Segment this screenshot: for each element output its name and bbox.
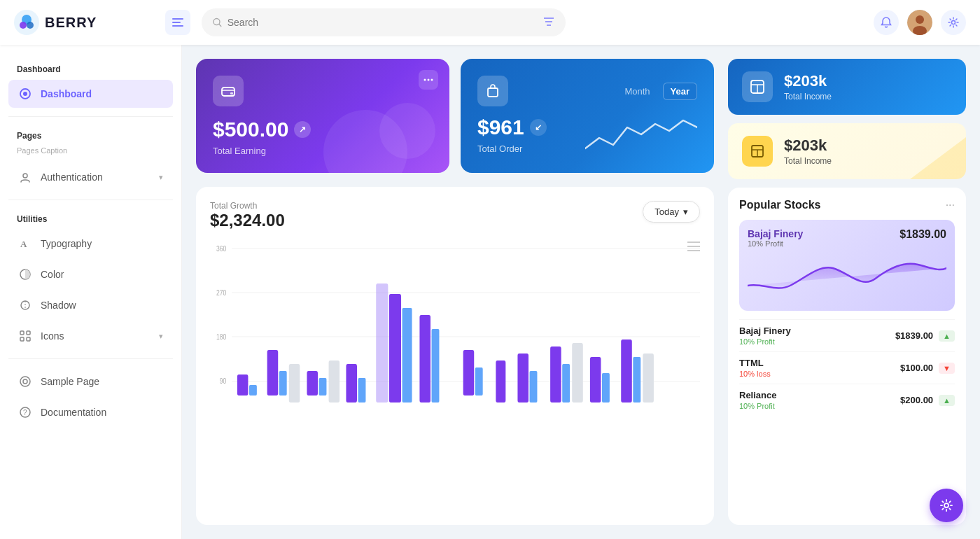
- yellow-card-decoration: [910, 137, 966, 179]
- sidebar-item-color[interactable]: Color: [8, 260, 173, 288]
- sidebar-item-icons[interactable]: Icons ▾: [8, 322, 173, 350]
- fab-settings-button[interactable]: [930, 489, 963, 522]
- sidebar-item-shadow[interactable]: Shadow: [8, 291, 173, 319]
- svg-rect-25: [20, 337, 24, 341]
- stock-3-trend-icon: ▲: [939, 395, 955, 406]
- bell-icon: [881, 17, 892, 28]
- avatar[interactable]: [907, 10, 932, 35]
- header: BERRY: [0, 0, 980, 45]
- income-yellow-label: Total Income: [784, 156, 832, 166]
- svg-rect-53: [307, 371, 318, 396]
- svg-rect-64: [475, 368, 483, 396]
- svg-point-33: [424, 79, 426, 81]
- svg-rect-52: [289, 364, 300, 402]
- svg-rect-65: [496, 360, 505, 402]
- sample-page-icon: [18, 374, 32, 388]
- mini-card-income-yellow: $203k Total Income: [728, 123, 966, 179]
- sidebar-item-sample-page[interactable]: Sample Page: [8, 368, 173, 396]
- logo: BERRY: [14, 10, 154, 35]
- featured-stock-name: Bajaj Finery: [748, 228, 803, 239]
- featured-stock-price: $1839.00: [899, 228, 946, 241]
- main-layout: Dashboard Dashboard Pages Pages Caption …: [0, 45, 980, 539]
- income-blue-label: Total Income: [784, 92, 832, 102]
- sidebar-item-documentation[interactable]: ? Documentation: [8, 398, 173, 426]
- svg-rect-24: [27, 331, 30, 335]
- sidebar-item-label-typography: Typography: [41, 238, 92, 249]
- svg-rect-4: [172, 18, 183, 20]
- shadow-icon: [18, 298, 32, 312]
- card-order: Month Year $961 ↙ Total Order: [461, 59, 714, 173]
- sidebar-item-label-icons: Icons: [41, 330, 64, 342]
- search-input[interactable]: [227, 17, 538, 28]
- svg-point-28: [23, 379, 27, 384]
- menu-icon: [687, 241, 700, 251]
- svg-rect-49: [249, 385, 257, 396]
- stock-1-trend-icon: ▲: [939, 330, 955, 342]
- svg-point-18: [23, 174, 27, 178]
- year-tab-button[interactable]: Year: [663, 83, 697, 100]
- month-tab-button[interactable]: Month: [617, 83, 657, 99]
- svg-text:270: 270: [216, 288, 227, 297]
- svg-rect-75: [643, 354, 654, 402]
- notification-button[interactable]: [874, 10, 899, 35]
- svg-rect-54: [319, 378, 327, 396]
- card-earning: $500.00 ↗ Total Earning: [196, 59, 449, 173]
- svg-rect-5: [172, 22, 181, 23]
- sidebar-item-typography[interactable]: A Typography: [8, 230, 173, 258]
- stocks-menu-button[interactable]: ···: [946, 199, 955, 211]
- order-mini-chart: [585, 113, 697, 155]
- dots-icon: [424, 78, 433, 81]
- svg-rect-73: [621, 340, 632, 402]
- earning-amount: $500.00 ↗: [213, 118, 433, 141]
- svg-marker-82: [910, 137, 966, 179]
- auth-icon: [18, 170, 32, 184]
- svg-rect-36: [488, 88, 498, 97]
- svg-rect-26: [27, 337, 30, 341]
- table-icon: [750, 79, 765, 94]
- svg-rect-32: [230, 92, 233, 94]
- income-blue-text: $203k Total Income: [784, 72, 832, 102]
- order-card-icon: [477, 76, 508, 106]
- icons-chevron-icon: ▾: [159, 332, 163, 341]
- avatar-image: [907, 10, 932, 35]
- income-yellow-text: $203k Total Income: [784, 136, 832, 166]
- svg-rect-6: [172, 25, 183, 27]
- stock-3-right: $200.00 ▲: [900, 395, 955, 406]
- stock-1-price: $1839.00: [895, 330, 933, 341]
- earning-card-menu-button[interactable]: [419, 70, 438, 90]
- fab-gear-icon: [939, 498, 953, 512]
- chart-menu-button[interactable]: [687, 241, 700, 254]
- sidebar-item-dashboard[interactable]: Dashboard: [8, 80, 173, 108]
- svg-rect-31: [222, 88, 234, 96]
- wallet-icon: [220, 83, 236, 99]
- income-yellow-icon: [742, 136, 773, 167]
- stock-3-name: Reliance: [739, 390, 776, 400]
- sidebar-item-authentication[interactable]: Authentication ▾: [8, 163, 173, 191]
- earning-label: Total Earning: [213, 146, 433, 156]
- main-content: $500.00 ↗ Total Earning: [182, 45, 980, 539]
- settings-button[interactable]: [941, 10, 966, 35]
- chart-title-group: Total Growth $2,324.00: [210, 201, 285, 230]
- today-filter-button[interactable]: Today ▾: [643, 201, 700, 223]
- svg-rect-51: [279, 371, 287, 396]
- svg-rect-62: [432, 329, 440, 402]
- svg-line-8: [219, 24, 221, 27]
- svg-rect-57: [358, 378, 366, 402]
- typography-icon: A: [18, 237, 32, 251]
- stock-1-name: Bajaj Finery: [739, 326, 791, 336]
- income-blue-value: $203k: [784, 72, 832, 90]
- sidebar-item-label-color: Color: [41, 269, 64, 280]
- stock-3-status: 10% Profit: [739, 402, 776, 410]
- search-icon: [213, 18, 222, 27]
- sidebar: Dashboard Dashboard Pages Pages Caption …: [0, 45, 182, 539]
- svg-rect-74: [633, 357, 640, 402]
- svg-rect-63: [463, 350, 475, 396]
- stock-1-right: $1839.00 ▲: [895, 330, 955, 342]
- search-filter-button[interactable]: [543, 17, 554, 29]
- svg-point-34: [428, 79, 430, 81]
- stock-1-info: Bajaj Finery 10% Profit: [739, 326, 791, 346]
- logo-text: BERRY: [45, 15, 97, 31]
- svg-rect-60: [402, 308, 412, 402]
- hamburger-button[interactable]: [165, 10, 190, 35]
- chart-area: 360 270 180 90: [210, 241, 700, 438]
